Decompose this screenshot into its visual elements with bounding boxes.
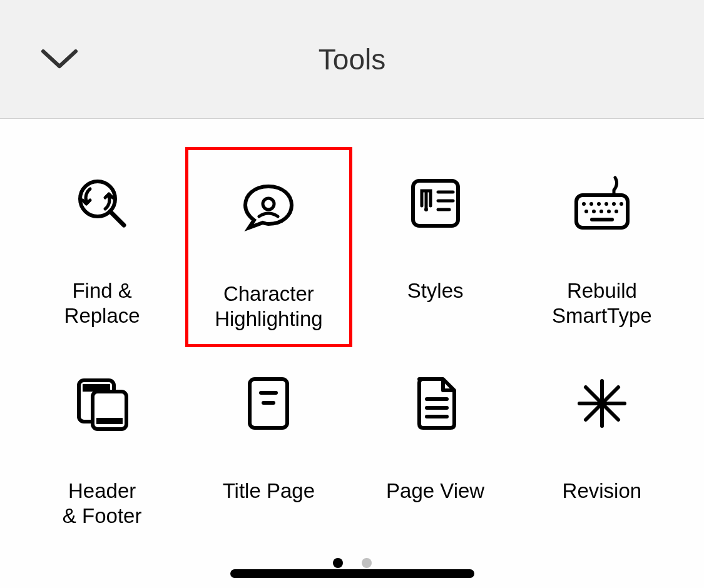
page-dot-2[interactable] (362, 558, 372, 568)
tools-grid: Find & Replace Character Highlighting St… (0, 119, 704, 547)
svg-point-10 (589, 202, 593, 206)
tool-label: Header & Footer (63, 479, 142, 528)
tool-styles[interactable]: Styles (352, 147, 519, 347)
svg-point-13 (612, 202, 616, 206)
tool-label: Revision (563, 479, 642, 504)
page-view-icon (404, 372, 467, 435)
svg-rect-24 (96, 418, 123, 424)
tool-character-highlighting[interactable]: Character Highlighting (185, 147, 352, 347)
svg-point-17 (599, 210, 603, 213)
svg-point-2 (263, 198, 274, 210)
chevron-down-icon (41, 49, 78, 70)
rebuild-smarttype-icon (571, 172, 633, 235)
tool-label: Character Highlighting (215, 281, 322, 331)
svg-point-14 (620, 202, 623, 206)
tool-label: Styles (407, 278, 464, 303)
svg-point-4 (424, 208, 428, 211)
tool-label: Find & Replace (64, 278, 140, 328)
svg-point-11 (597, 202, 601, 206)
tool-rebuild-smarttype[interactable]: Rebuild SmartType (519, 147, 685, 347)
header: Tools (0, 0, 704, 119)
tool-label: Rebuild SmartType (552, 278, 652, 328)
header-footer-icon (71, 372, 133, 435)
svg-rect-3 (413, 181, 458, 226)
svg-point-18 (607, 210, 611, 213)
svg-point-12 (605, 202, 608, 206)
tool-page-view[interactable]: Page View (352, 347, 519, 547)
character-highlighting-icon (237, 175, 300, 238)
styles-icon (404, 172, 467, 235)
tool-label: Title Page (223, 479, 315, 504)
svg-point-9 (582, 202, 586, 206)
tool-header-footer[interactable]: Header & Footer (19, 347, 185, 547)
tool-revision[interactable]: Revision (519, 347, 685, 547)
revision-icon (571, 372, 633, 435)
tool-find-replace[interactable]: Find & Replace (19, 147, 185, 347)
pagination-dots[interactable] (333, 558, 372, 568)
svg-rect-20 (590, 218, 614, 221)
title-page-icon (237, 372, 300, 435)
tool-label: Page View (386, 479, 484, 504)
home-indicator[interactable] (230, 569, 474, 578)
panel-title: Tools (319, 43, 385, 76)
svg-point-15 (584, 210, 588, 213)
svg-line-1 (110, 211, 124, 225)
svg-point-16 (592, 210, 596, 213)
svg-point-19 (615, 210, 618, 213)
find-replace-icon (71, 172, 133, 235)
tool-title-page[interactable]: Title Page (185, 347, 352, 547)
close-panel-button[interactable] (34, 34, 84, 84)
page-dot-1[interactable] (333, 558, 343, 568)
